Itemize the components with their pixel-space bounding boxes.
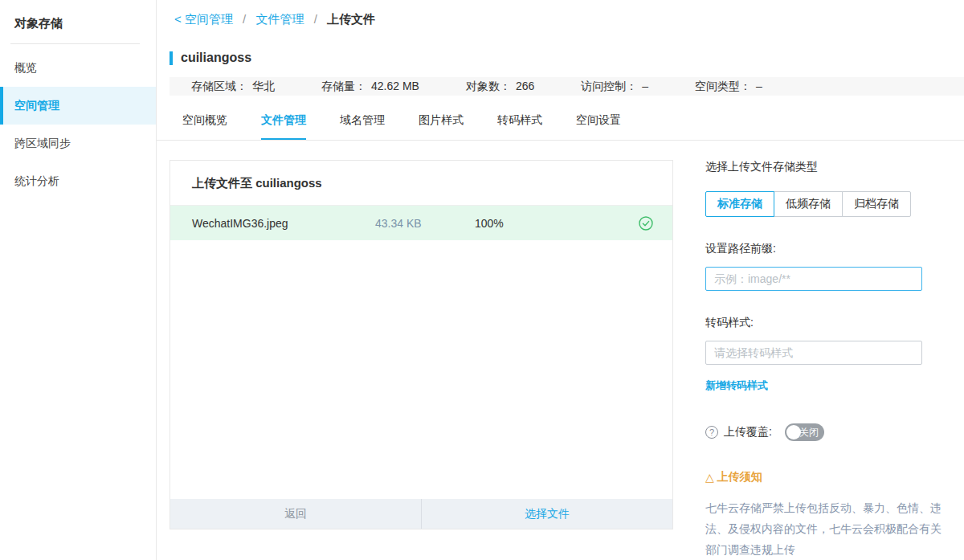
storage-type-selector: 标准存储 低频存储 归档存储 [705,191,938,217]
info-storage-region: 存储区域：华北 [191,80,275,94]
upload-notice-title-text: 上传须知 [717,470,762,484]
tab-domain-management[interactable]: 域名管理 [340,113,385,140]
storage-type-standard-button[interactable]: 标准存储 [705,191,774,217]
upload-drop-area [170,240,672,499]
upload-options-panel: 选择上传文件存储类型 标准存储 低频存储 归档存储 设置路径前缀: 转码样式: … [705,160,938,560]
info-access-control: 访问控制：– [581,80,648,94]
breadcrumb-current: 上传文件 [327,12,375,26]
file-upload-progress: 100% [475,217,639,230]
path-prefix-label: 设置路径前缀: [705,242,938,256]
upload-notice-text: 七牛云存储严禁上传包括反动、暴力、色情、违法、及侵权内容的文件，七牛云会积极配合… [705,497,946,560]
info-storage-volume: 存储量：42.62 MB [321,80,419,94]
tab-file-management[interactable]: 文件管理 [261,113,306,140]
upload-notice-title: △ 上传须知 [705,470,938,484]
sidebar-item-statistics[interactable]: 统计分析 [0,162,156,200]
back-button[interactable]: 返回 [170,499,422,529]
sidebar-divider [10,43,140,44]
bucket-info-bar: 存储区域：华北 存储量：42.62 MB 对象数：266 访问控制：– 空间类型… [170,77,964,96]
app-window: 对象存储 概览 空间管理 跨区域同步 统计分析 < 空间管理 / 文件管理 / … [0,0,964,560]
warning-triangle-icon: △ [705,471,714,484]
tab-image-style[interactable]: 图片样式 [419,113,464,140]
bucket-title: cuiliangoss [170,51,964,65]
check-circle-icon [639,216,653,231]
sidebar-item-cross-region-sync[interactable]: 跨区域同步 [0,125,156,162]
upload-overwrite-toggle[interactable]: 关闭 [785,423,824,441]
upload-panel: 上传文件至 cuiliangoss WechatIMG36.jpeg 43.34… [170,160,673,529]
upload-overwrite-row: ? 上传覆盖: 关闭 [705,423,938,441]
info-space-type: 空间类型：– [695,80,762,94]
breadcrumb-file-management[interactable]: 文件管理 [255,12,304,26]
title-accent-bar [170,51,173,65]
tab-space-overview[interactable]: 空间概览 [182,113,227,140]
tab-space-settings[interactable]: 空间设置 [576,113,621,140]
sidebar: 对象存储 概览 空间管理 跨区域同步 统计分析 [0,0,157,560]
toggle-state-label: 关闭 [799,423,819,441]
content-row: 上传文件至 cuiliangoss WechatIMG36.jpeg 43.34… [157,141,964,560]
sidebar-item-space-management[interactable]: 空间管理 [0,87,156,125]
sidebar-title: 对象存储 [0,0,156,31]
uploaded-file-row: WechatIMG36.jpeg 43.34 KB 100% [170,206,672,240]
breadcrumb: < 空间管理 / 文件管理 / 上传文件 [157,0,964,27]
breadcrumb-back-icon[interactable]: < [174,12,182,26]
transcode-style-label: 转码样式: [705,316,938,330]
info-object-count: 对象数：266 [466,80,534,94]
path-prefix-input[interactable] [705,267,922,291]
storage-type-label: 选择上传文件存储类型 [705,160,938,174]
upload-overwrite-label: 上传覆盖: [724,425,772,439]
main-area: < 空间管理 / 文件管理 / 上传文件 cuiliangoss 存储区域：华北… [157,0,964,560]
add-transcode-style-link[interactable]: 新增转码样式 [705,378,768,393]
question-circle-icon[interactable]: ? [705,426,718,439]
sidebar-item-overview[interactable]: 概览 [0,49,156,87]
tab-transcode-style[interactable]: 转码样式 [497,113,542,140]
breadcrumb-separator: / [314,12,317,26]
select-file-button[interactable]: 选择文件 [422,499,672,529]
storage-type-infrequent-button[interactable]: 低频存储 [774,191,843,217]
breadcrumb-separator: / [243,12,246,26]
file-name: WechatIMG36.jpeg [192,217,375,230]
file-size: 43.34 KB [375,217,475,230]
bucket-tabs: 空间概览 文件管理 域名管理 图片样式 转码样式 空间设置 [157,96,964,141]
storage-type-archive-button[interactable]: 归档存储 [842,191,911,217]
transcode-style-input[interactable] [705,341,922,365]
breadcrumb-space-management[interactable]: 空间管理 [185,12,233,26]
upload-panel-footer: 返回 选择文件 [170,499,672,529]
bucket-name: cuiliangoss [181,51,251,65]
upload-panel-title: 上传文件至 cuiliangoss [170,161,672,206]
